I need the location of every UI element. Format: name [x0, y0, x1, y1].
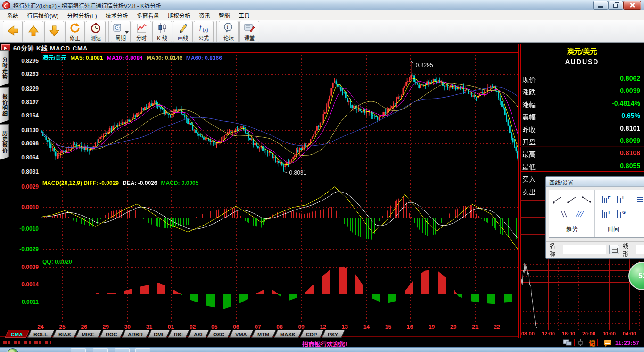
toolbar-period-button[interactable]: 周期 [111, 21, 131, 42]
qq-indicator-chart[interactable] [41, 258, 519, 323]
macd-chart[interactable] [41, 179, 519, 257]
qq-tick: 0.0039 [10, 264, 39, 270]
toolbar-revise-button[interactable]: 修正 [65, 21, 85, 42]
toolbar-speed-button[interactable]: 测速 [86, 21, 106, 42]
indicator-tab-dmi[interactable]: DMI [148, 330, 170, 338]
toolbar-formula-button[interactable]: f(x)公式 [194, 21, 214, 42]
menu-item-4[interactable]: 多窗看盘 [132, 10, 164, 20]
notes-icon[interactable]: 记 [589, 338, 595, 347]
quote-row-2: 涨幅-0.4814% [520, 97, 644, 109]
toolbar-kline-button[interactable]: K 线 [152, 21, 172, 42]
date-label: 01 [164, 324, 178, 330]
space-percent-tool[interactable]: % [635, 193, 644, 206]
indicator-tab-mike[interactable]: MIKE [76, 330, 102, 338]
date-label: 13 [338, 324, 352, 330]
toolbar-forum-button[interactable]: t论坛 [219, 21, 239, 42]
mini-time-label: 12:00 [540, 331, 557, 336]
dialog-tool-groups: 趋势FLTG时间%G空间 [549, 190, 644, 238]
toolbar-up-button[interactable] [24, 21, 43, 42]
close-button[interactable] [623, 1, 641, 10]
toolbar-back-button[interactable] [3, 21, 23, 42]
menu-item-7[interactable]: 智能 [215, 10, 234, 20]
qq-legend: QQ: 0.0020 [42, 259, 76, 265]
line-style-select[interactable] [636, 245, 644, 254]
quote-row-4: 昨收0.8101 [520, 122, 644, 134]
main-kline-chart[interactable] [41, 52, 519, 178]
menu-item-5[interactable]: 期权分析 [164, 10, 195, 20]
toolbar-drawline-button[interactable]: 画线 [173, 21, 193, 42]
line-style-label: 线形 [623, 242, 634, 258]
quote-value: 0.8062 [620, 75, 640, 82]
quote-value: 0.0039 [620, 87, 640, 94]
qq-tick: -0.0011 [10, 299, 39, 305]
sidebar-tab-2[interactable]: 历史报价 [0, 124, 9, 160]
message-icon[interactable] [604, 340, 611, 345]
indicator-tab-osc[interactable]: OSC [207, 330, 231, 338]
menu-item-0[interactable]: 系统 [3, 10, 23, 20]
svg-text:T: T [608, 210, 611, 215]
toolbar-down-button[interactable] [44, 21, 64, 42]
date-label: 20 [446, 324, 461, 330]
quote-row-6: 最高0.8108 [520, 146, 644, 159]
kline-legend: 澳元/美元MA5: 0.8081MA10: 0.8084MA30: 0.8146… [42, 53, 226, 61]
brightness-icon[interactable] [577, 339, 585, 346]
name-label: 名称 [550, 242, 561, 258]
time-T-tool[interactable]: T [599, 208, 613, 220]
indicator-tab-rsi[interactable]: RSI [168, 330, 190, 338]
time-G-tool[interactable]: G [614, 208, 627, 220]
list-button[interactable] [609, 245, 619, 254]
menu-item-3[interactable]: 技术分析 [101, 10, 132, 20]
indicator-tab-bias[interactable]: BIAS [52, 330, 78, 338]
network-computer-icon[interactable] [563, 339, 572, 346]
shape-name-input[interactable] [563, 245, 606, 254]
taskbar-app-button-3[interactable] [135, 348, 150, 352]
sidebar-tab-0[interactable]: 分时走势 [0, 50, 9, 86]
quote-row-0: 现价0.8062 [520, 72, 644, 84]
indicator-tab-boll[interactable]: BOLL [27, 330, 55, 338]
trend-segment-tool[interactable] [551, 193, 564, 206]
trend-twopoint-tool[interactable] [580, 193, 594, 206]
indicator-tab-roc[interactable]: ROC [99, 330, 124, 338]
arrow-left-icon [6, 24, 20, 40]
time-L-tool[interactable]: L [614, 193, 627, 206]
taskbar-app-button-2[interactable] [115, 348, 130, 352]
space-lines-tool[interactable] [643, 208, 644, 220]
quote-label: 涨幅 [522, 100, 536, 109]
taskbar-app-button-1[interactable] [93, 348, 108, 352]
dialog-title-bar[interactable]: 画线/设置 [546, 177, 644, 187]
toolbar-intraday-button[interactable]: 分时 [132, 21, 151, 42]
trend-parallel-tool[interactable] [558, 208, 571, 220]
quote-row-3: 震幅0.65% [520, 109, 644, 122]
menu-item-6[interactable]: 资讯 [195, 10, 215, 20]
indicator-tab-arbr[interactable]: ARBR [122, 330, 149, 338]
quote-label: 开盘 [522, 137, 536, 146]
sidebar-tab-1[interactable]: 报价明细 [0, 87, 9, 123]
indicator-tab-vma[interactable]: VMA [229, 330, 254, 338]
indicator-tab-mass[interactable]: MASS [274, 330, 302, 338]
toolbar-classroom-button[interactable]: 课堂 [239, 21, 259, 42]
restore-button[interactable] [608, 1, 623, 10]
minimize-button[interactable] [593, 1, 608, 10]
toolbar-label: 分时 [136, 35, 147, 41]
indicator-tab-cma[interactable]: CMA [5, 330, 30, 338]
quote-symbol-code: AUDUSD [520, 58, 644, 66]
qq-value: QQ: 0.0020 [42, 259, 72, 265]
menu-item-2[interactable]: 分时分析(F) [63, 10, 101, 20]
taskbar-app-button-0[interactable] [71, 348, 86, 352]
trend-ray-tool[interactable] [565, 193, 579, 206]
indicator-tab-psy[interactable]: PSY [322, 330, 345, 338]
chart-header: 60分钟 K线 MACD CMA [1, 44, 88, 51]
indicator-tab-mtm[interactable]: MTM [251, 330, 276, 338]
indicator-tab-bar: CMABOLLBIASMIKEROCARBRDMIRSIASIOSCVMAMTM… [7, 330, 345, 337]
indicator-tab-cdp[interactable]: CDP [300, 330, 324, 338]
price-tick: 0.8229 [10, 85, 39, 92]
indicator-tab-asi[interactable]: ASI [188, 330, 209, 338]
time-F-tool[interactable]: F [599, 193, 613, 206]
forum-icon: t [223, 22, 234, 35]
menu-item-1[interactable]: 行情报价(W) [23, 10, 63, 20]
menu-item-8[interactable]: 工具 [234, 10, 254, 20]
status-bar: 招商银行欢迎您! 记 11:23:57 [0, 338, 644, 347]
trend-hatch-tool[interactable] [572, 208, 586, 220]
macd-tick: -0.0029 [10, 246, 39, 252]
quote-label: 最高 [522, 149, 536, 159]
